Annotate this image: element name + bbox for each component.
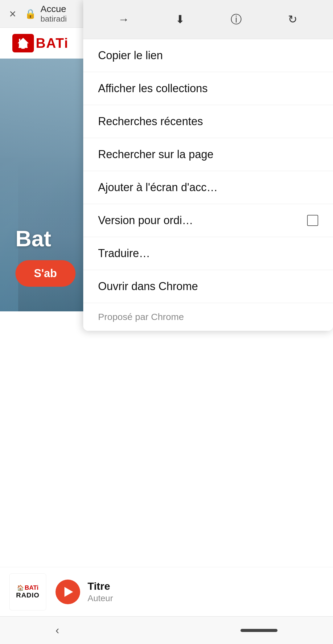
desktop-version-checkbox[interactable] [307, 215, 318, 226]
menu-item-show-collections[interactable]: Afficher les collections [83, 72, 333, 105]
menu-item-recent-searches[interactable]: Recherches récentes [83, 105, 333, 138]
bottom-nav-bar: ‹ [0, 616, 333, 644]
menu-icon-row: → ⬇ ⓘ ↻ [83, 0, 333, 39]
player-info: Titre Auteur [88, 580, 113, 603]
forward-icon[interactable]: → [113, 9, 134, 30]
menu-item-add-homescreen[interactable]: Ajouter à l'écran d'acc… [83, 171, 333, 204]
player-bar: 🏠 BATi RADIO Titre Auteur [0, 567, 333, 616]
page-body: × 🔒 Accue batiradi BATi Bat S'ab → ⬇ [0, 0, 333, 466]
player-track-title: Titre [88, 580, 113, 592]
menu-item-open-chrome[interactable]: Ouvrir dans Chrome [83, 270, 333, 303]
player-logo-top: 🏠 BATi [17, 584, 39, 591]
menu-item-desktop-version[interactable]: Version pour ordi… [83, 204, 333, 237]
nav-back-button[interactable]: ‹ [56, 624, 59, 637]
player-logo: 🏠 BATi RADIO [9, 573, 46, 610]
menu-proposed-label: Proposé par Chrome [83, 303, 333, 331]
menu-item-translate[interactable]: Traduire… [83, 237, 333, 270]
menu-item-copy-link[interactable]: Copier le lien [83, 39, 333, 72]
reload-icon[interactable]: ↻ [282, 9, 303, 30]
menu-overlay: → ⬇ ⓘ ↻ Copier le lien Afficher les coll… [0, 0, 333, 466]
player-house-icon: 🏠 [17, 585, 24, 591]
download-icon[interactable]: ⬇ [169, 9, 191, 30]
player-play-button[interactable] [56, 580, 80, 604]
player-logo-bottom: RADIO [16, 591, 39, 599]
player-track-author: Auteur [88, 593, 113, 603]
context-menu: → ⬇ ⓘ ↻ Copier le lien Afficher les coll… [83, 0, 333, 331]
info-icon[interactable]: ⓘ [225, 9, 247, 30]
menu-item-search-page[interactable]: Rechercher sur la page [83, 138, 333, 171]
nav-home-pill[interactable] [240, 629, 278, 632]
